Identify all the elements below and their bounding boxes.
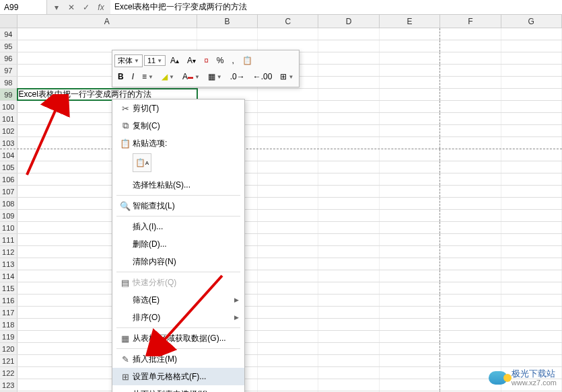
font-size-select[interactable]: 11▼ bbox=[144, 55, 166, 66]
cell[interactable] bbox=[258, 113, 318, 124]
cell[interactable] bbox=[318, 186, 379, 197]
cell[interactable] bbox=[258, 101, 318, 112]
cell[interactable] bbox=[318, 198, 379, 209]
cell[interactable] bbox=[318, 52, 379, 64]
cell[interactable] bbox=[318, 307, 379, 318]
cell[interactable] bbox=[380, 282, 440, 294]
cell[interactable] bbox=[440, 210, 501, 221]
menu-pick-from-list[interactable]: 从下拉列表中选择(K)... bbox=[112, 385, 244, 392]
menu-sort[interactable]: 排序(O)▶ bbox=[112, 309, 244, 326]
cell[interactable] bbox=[318, 295, 379, 306]
cell[interactable] bbox=[380, 210, 440, 221]
row-header[interactable]: 114 bbox=[0, 270, 17, 282]
cell[interactable] bbox=[501, 52, 562, 64]
cell[interactable] bbox=[318, 367, 379, 379]
cell[interactable] bbox=[318, 161, 379, 173]
increase-font-button[interactable]: A▴ bbox=[167, 54, 182, 67]
font-family-select[interactable]: 宋体▼ bbox=[114, 54, 143, 67]
formula-input[interactable]: Excel表格中把一行字变成两行的方法 bbox=[110, 0, 562, 14]
cell[interactable] bbox=[258, 331, 318, 342]
confirm-icon[interactable]: ✓ bbox=[79, 1, 93, 13]
cell[interactable] bbox=[501, 307, 562, 318]
row-header[interactable]: 97 bbox=[0, 65, 17, 76]
cell[interactable] bbox=[380, 270, 440, 282]
cell[interactable] bbox=[318, 101, 379, 112]
decrease-decimal-button[interactable]: .0→ bbox=[227, 70, 248, 83]
cell[interactable] bbox=[501, 210, 562, 221]
row-header[interactable]: 120 bbox=[0, 343, 17, 354]
accounting-format-button[interactable]: ¤ bbox=[201, 54, 212, 67]
cell[interactable] bbox=[440, 52, 501, 64]
cell[interactable] bbox=[318, 125, 379, 136]
row-header[interactable]: 95 bbox=[0, 40, 17, 52]
cell[interactable] bbox=[501, 343, 562, 354]
cell[interactable] bbox=[258, 234, 318, 245]
cell[interactable] bbox=[258, 125, 318, 136]
decrease-font-button[interactable]: A▾ bbox=[184, 54, 199, 67]
cell[interactable] bbox=[318, 40, 379, 52]
cell[interactable] bbox=[501, 173, 562, 185]
cell[interactable] bbox=[380, 319, 440, 330]
row-header[interactable]: 105 bbox=[0, 161, 17, 173]
fx-icon[interactable]: fx bbox=[94, 1, 108, 13]
cell[interactable] bbox=[258, 367, 318, 379]
menu-format-cells[interactable]: ⊞设置单元格格式(F)... bbox=[112, 368, 244, 385]
row-header[interactable]: 117 bbox=[0, 307, 17, 318]
cell[interactable] bbox=[380, 101, 440, 112]
cell[interactable] bbox=[258, 270, 318, 282]
cell[interactable] bbox=[380, 295, 440, 306]
cell[interactable] bbox=[440, 343, 501, 354]
row-header[interactable]: 102 bbox=[0, 125, 17, 136]
cell[interactable] bbox=[440, 222, 501, 233]
column-header[interactable]: D bbox=[318, 15, 379, 28]
cell[interactable] bbox=[318, 137, 379, 149]
cell[interactable] bbox=[380, 113, 440, 124]
cell[interactable] bbox=[258, 319, 318, 330]
row-header[interactable]: 101 bbox=[0, 113, 17, 124]
cell[interactable] bbox=[380, 149, 440, 161]
cell[interactable] bbox=[380, 52, 440, 64]
cell[interactable] bbox=[318, 28, 379, 40]
italic-button[interactable]: I bbox=[129, 70, 137, 83]
row-header[interactable]: 103 bbox=[0, 137, 17, 149]
cell[interactable] bbox=[318, 222, 379, 233]
row-header[interactable]: 107 bbox=[0, 186, 17, 197]
row-header[interactable]: 106 bbox=[0, 173, 17, 185]
cell[interactable] bbox=[440, 149, 501, 161]
cell[interactable] bbox=[258, 222, 318, 233]
cell[interactable] bbox=[318, 343, 379, 354]
cell[interactable] bbox=[440, 355, 501, 366]
cell[interactable] bbox=[440, 331, 501, 342]
row-header[interactable]: 109 bbox=[0, 210, 17, 221]
cell[interactable] bbox=[380, 367, 440, 379]
row-header[interactable]: 121 bbox=[0, 355, 17, 366]
cell[interactable] bbox=[258, 295, 318, 306]
cell[interactable] bbox=[197, 28, 258, 40]
cell[interactable] bbox=[380, 28, 440, 40]
cell[interactable] bbox=[440, 173, 501, 185]
cell[interactable] bbox=[258, 246, 318, 258]
row-header[interactable]: 119 bbox=[0, 331, 17, 342]
cell[interactable] bbox=[318, 89, 379, 100]
cell[interactable] bbox=[440, 137, 501, 149]
cell[interactable] bbox=[258, 28, 318, 40]
cell[interactable] bbox=[440, 77, 501, 88]
cell[interactable] bbox=[440, 198, 501, 209]
menu-insert-comment[interactable]: ✎插入批注(M) bbox=[112, 350, 244, 368]
cell[interactable] bbox=[318, 270, 379, 282]
increase-decimal-button[interactable]: ←.00 bbox=[250, 70, 276, 83]
cell[interactable] bbox=[501, 222, 562, 233]
cell[interactable] bbox=[501, 125, 562, 136]
cell[interactable] bbox=[440, 101, 501, 112]
dropdown-icon[interactable]: ▾ bbox=[50, 1, 63, 13]
cell[interactable] bbox=[258, 198, 318, 209]
cell[interactable] bbox=[501, 355, 562, 366]
cell[interactable] bbox=[440, 89, 501, 100]
cell[interactable] bbox=[440, 186, 501, 197]
cell[interactable] bbox=[380, 258, 440, 270]
cell[interactable] bbox=[380, 186, 440, 197]
row-header[interactable]: 118 bbox=[0, 319, 17, 330]
column-header[interactable]: C bbox=[258, 15, 318, 28]
name-box[interactable]: A99 bbox=[0, 0, 47, 14]
cell[interactable] bbox=[258, 161, 318, 173]
